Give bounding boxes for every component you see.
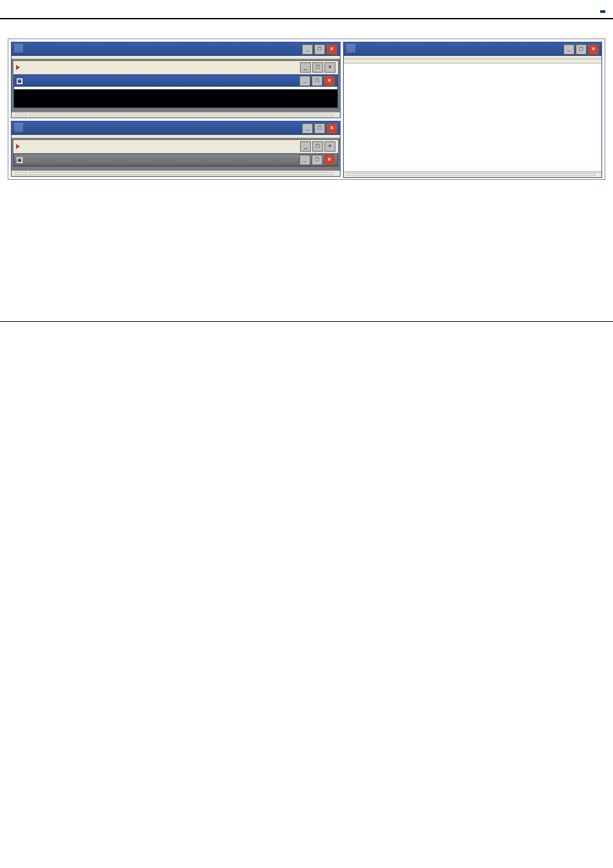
minimize-button[interactable]: _: [302, 123, 313, 134]
close-button[interactable]: ×: [326, 44, 337, 55]
expand-icon: [16, 144, 20, 149]
status-begin: [348, 173, 595, 176]
project-window: ⊞ _□×: [13, 75, 338, 108]
app-icon: [14, 123, 23, 132]
minimize-button[interactable]: _: [299, 76, 310, 86]
figure-container: _ □ × _□× ⊞ _□×: [8, 39, 605, 180]
close-button[interactable]: ×: [324, 155, 335, 165]
minimize-button[interactable]: _: [300, 62, 311, 73]
close-button[interactable]: ×: [326, 123, 337, 134]
titlebar[interactable]: _ □ ×: [12, 42, 340, 56]
winterpret-window-1: _ □ × _□× ⊞ _□×: [11, 42, 341, 118]
project-window: ⊞ _□×: [13, 154, 338, 166]
minimize-button[interactable]: _: [564, 44, 574, 55]
grid-icon: ⊞: [17, 78, 22, 84]
maximize-button[interactable]: □: [314, 123, 325, 134]
projects-panel-header[interactable]: _□×: [13, 61, 338, 75]
maximize-button[interactable]: □: [314, 44, 325, 55]
close-button[interactable]: ×: [324, 76, 335, 86]
minimize-button[interactable]: _: [299, 155, 310, 165]
status-ready: [15, 172, 27, 175]
maximize-button[interactable]: □: [312, 76, 323, 86]
expand-icon: [16, 65, 20, 70]
app-icon: [14, 44, 23, 53]
project-titlebar[interactable]: ⊞ _□×: [14, 75, 337, 87]
iec-window: _ □ ×: [343, 42, 602, 178]
doc-header: [0, 0, 613, 19]
status-ready: [15, 114, 27, 116]
status-progress: [30, 114, 333, 116]
intro-paragraph: [0, 19, 613, 36]
statusbar: [344, 172, 601, 177]
statusbar: [12, 170, 340, 176]
winterpret-window-2: _ □ × _□× ⊞ _□×: [11, 121, 341, 177]
iec-body: [344, 64, 601, 172]
titlebar[interactable]: _ □ ×: [344, 42, 601, 56]
close-button[interactable]: ×: [324, 141, 335, 152]
maximize-button[interactable]: □: [312, 141, 323, 152]
grid-icon: ⊞: [17, 157, 22, 163]
toolbar: [344, 59, 601, 64]
titlebar[interactable]: _ □ ×: [12, 121, 340, 135]
logo: [600, 4, 605, 15]
maximize-button[interactable]: □: [312, 62, 323, 73]
close-button[interactable]: ×: [588, 44, 599, 55]
maximize-button[interactable]: □: [312, 155, 323, 165]
logo-company: [600, 10, 605, 13]
close-button[interactable]: ×: [324, 62, 335, 73]
statusbar: [12, 112, 340, 118]
status-fb: [30, 172, 333, 175]
minimize-button[interactable]: _: [302, 44, 313, 55]
minimize-button[interactable]: _: [300, 141, 311, 152]
project-titlebar[interactable]: ⊞ _□×: [14, 154, 337, 166]
maximize-button[interactable]: □: [576, 44, 587, 55]
list-footer-area: [14, 89, 337, 107]
app-icon: [346, 44, 355, 53]
projects-panel-header[interactable]: _□×: [13, 140, 338, 154]
page-footer: [0, 321, 613, 330]
